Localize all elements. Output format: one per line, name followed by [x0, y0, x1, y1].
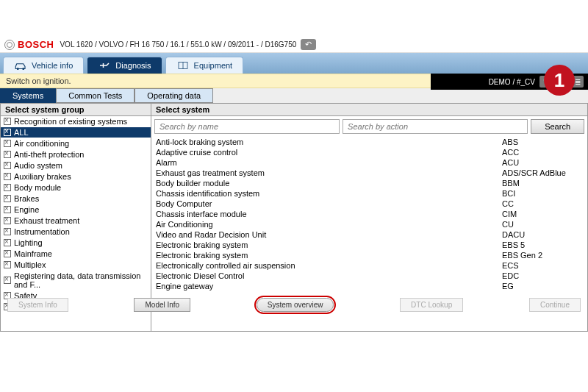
- system-row[interactable]: Body ComputerCC: [151, 199, 587, 209]
- group-label: Anti-theft protection: [14, 150, 84, 159]
- system-group-item[interactable]: Instrumentation: [1, 227, 151, 238]
- user-label: DEMO / #_CV: [489, 78, 535, 86]
- subtab-systems[interactable]: Systems: [0, 88, 56, 103]
- checkbox-icon: [4, 277, 11, 284]
- checkbox-icon: [4, 184, 11, 191]
- continue-button[interactable]: Continue: [529, 298, 581, 312]
- checkbox-icon: [4, 151, 11, 158]
- bottom-bar: System Info Model Info System overview D…: [0, 296, 588, 313]
- system-name: Body builder module: [156, 179, 502, 188]
- system-row[interactable]: Video and Radar Decision UnitDACU: [151, 229, 587, 240]
- system-code: DACU: [502, 230, 583, 239]
- system-name: Electronically controlled air suspension: [156, 261, 502, 270]
- system-row[interactable]: AlarmACU: [151, 157, 587, 168]
- system-group-item[interactable]: Registering data, data transmission and …: [1, 271, 151, 291]
- system-group-item[interactable]: Air conditioning: [1, 138, 151, 149]
- group-label: Lighting: [14, 238, 43, 247]
- plug-icon: [98, 60, 111, 71]
- car-icon: [14, 60, 27, 71]
- system-row[interactable]: Body builder moduleBBM: [151, 178, 587, 188]
- group-label: Brakes: [14, 194, 39, 203]
- system-row[interactable]: Electronically controlled air suspension…: [151, 260, 587, 271]
- subtab-operating-data[interactable]: Operating data: [135, 88, 213, 103]
- system-group-item[interactable]: Anti-theft protection: [1, 149, 151, 160]
- system-row[interactable]: Electronic braking systemEBS 5: [151, 240, 587, 250]
- system-code: ADS/SCR AdBlue: [502, 168, 583, 177]
- system-info-button[interactable]: System Info: [7, 298, 68, 312]
- tab-equipment[interactable]: Equipment: [165, 57, 244, 74]
- system-row[interactable]: Adaptive cruise controlACC: [151, 147, 587, 157]
- checkbox-icon: [4, 239, 11, 246]
- system-code: CIM: [502, 210, 583, 218]
- system-name: Alarm: [156, 158, 502, 167]
- sub-tabs: Systems Common Tests Operating data: [0, 88, 588, 104]
- checkbox-icon: [4, 228, 11, 235]
- checkbox-icon: [4, 140, 11, 147]
- back-icon[interactable]: ↶: [301, 39, 316, 50]
- system-name: Body Computer: [156, 199, 502, 208]
- system-code: ACC: [502, 148, 583, 157]
- system-group-item[interactable]: ALL: [1, 127, 151, 138]
- system-code: EBS 5: [502, 240, 583, 249]
- search-button[interactable]: Search: [531, 119, 584, 134]
- search-by-action-input[interactable]: [343, 119, 528, 134]
- checkbox-icon: [4, 261, 11, 268]
- system-name: Exhaust gas treatment system: [156, 168, 502, 177]
- right-panel-header: Select system: [151, 104, 587, 116]
- system-group-item[interactable]: Multiplex: [1, 260, 151, 271]
- system-code: ABS: [502, 138, 583, 146]
- system-row[interactable]: Electronic braking systemEBS Gen 2: [151, 250, 587, 260]
- subtab-common-tests[interactable]: Common Tests: [56, 88, 135, 103]
- group-label: Multiplex: [14, 260, 46, 269]
- book-icon: [176, 60, 190, 71]
- system-code: CC: [502, 199, 583, 208]
- system-group-item[interactable]: Mainframe: [1, 249, 151, 260]
- system-group-item[interactable]: Audio system: [1, 160, 151, 171]
- tab-label: Vehicle info: [32, 61, 73, 70]
- system-row[interactable]: Engine gatewayEG: [151, 281, 587, 291]
- checkbox-icon: [4, 195, 11, 202]
- system-group-item[interactable]: Exhaust treatment: [1, 215, 151, 227]
- system-row[interactable]: Chassis identification systemBCI: [151, 188, 587, 199]
- system-row[interactable]: Air ConditioningCU: [151, 219, 587, 229]
- system-group-item[interactable]: Body module: [1, 182, 151, 193]
- checkbox-icon: [4, 217, 11, 224]
- checkbox-icon: [4, 206, 11, 213]
- system-group-item[interactable]: Lighting: [1, 238, 151, 249]
- checkbox-icon: [4, 129, 11, 136]
- system-code: BBM: [502, 179, 583, 188]
- system-row[interactable]: Anti-lock braking systemABS: [151, 137, 587, 147]
- group-label: Mainframe: [14, 249, 52, 258]
- group-label: ALL: [14, 128, 29, 137]
- system-group-item[interactable]: Recognition of existing systems: [1, 116, 151, 127]
- system-group-item[interactable]: Brakes: [1, 193, 151, 204]
- system-name: Engine gateway: [156, 282, 502, 291]
- bosch-logo-icon: [4, 40, 15, 50]
- model-info-button[interactable]: Model Info: [134, 298, 190, 312]
- system-name: Electronic Diesel Control: [156, 271, 502, 280]
- system-row[interactable]: Electronic Diesel ControlEDC: [151, 271, 587, 281]
- system-overview-button[interactable]: System overview: [257, 298, 334, 312]
- search-row: Search: [151, 116, 587, 137]
- system-name: Chassis interface module: [156, 210, 502, 218]
- dtc-lookup-button[interactable]: DTC Lookup: [400, 298, 463, 312]
- system-code: EDC: [502, 271, 583, 280]
- system-row[interactable]: Exhaust gas treatment systemADS/SCR AdBl…: [151, 168, 587, 178]
- tab-vehicle-info[interactable]: Vehicle info: [3, 57, 84, 74]
- system-name: Video and Radar Decision Unit: [156, 230, 502, 239]
- search-by-name-input[interactable]: [154, 119, 340, 134]
- system-code: EG: [502, 282, 583, 291]
- system-code: EBS Gen 2: [502, 251, 583, 260]
- system-code: CU: [502, 220, 583, 229]
- system-group-item[interactable]: Auxiliary brakes: [1, 171, 151, 182]
- system-name: Adaptive cruise control: [156, 148, 502, 157]
- checkbox-icon: [4, 118, 11, 125]
- system-row[interactable]: Chassis interface moduleCIM: [151, 209, 587, 219]
- tab-label: Equipment: [194, 61, 233, 70]
- system-name: Electronic braking system: [156, 251, 502, 260]
- system-group-item[interactable]: Engine: [1, 204, 151, 215]
- tab-diagnosis[interactable]: Diagnosis: [87, 57, 162, 74]
- system-name: Electronic braking system: [156, 240, 502, 249]
- group-label: Exhaust treatment: [14, 216, 79, 225]
- svg-point-0: [17, 68, 19, 70]
